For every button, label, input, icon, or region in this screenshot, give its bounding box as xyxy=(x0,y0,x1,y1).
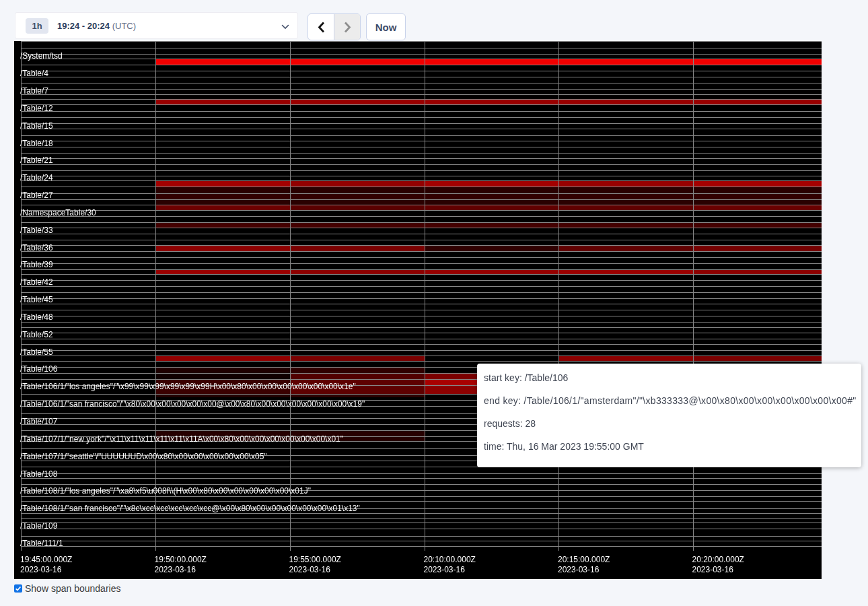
svg-text:/Table/106: /Table/106 xyxy=(20,364,58,374)
svg-text:2023-03-16: 2023-03-16 xyxy=(424,565,466,574)
svg-text:2023-03-16: 2023-03-16 xyxy=(20,565,62,574)
svg-text:/Table/24: /Table/24 xyxy=(20,173,53,182)
svg-text:/Table/33: /Table/33 xyxy=(20,226,53,235)
svg-text:20:15:00.000Z: 20:15:00.000Z xyxy=(558,555,610,564)
svg-text:/Table/107/1/"new york"/"\x11\: /Table/107/1/"new york"/"\x11\x11\x11\x1… xyxy=(20,434,343,444)
svg-text:2023-03-16: 2023-03-16 xyxy=(692,565,734,574)
svg-text:20:10:00.000Z: 20:10:00.000Z xyxy=(424,555,476,564)
svg-text:/Table/4: /Table/4 xyxy=(20,69,48,78)
svg-text:19:55:00.000Z: 19:55:00.000Z xyxy=(289,555,341,564)
svg-text:/System/tsd: /System/tsd xyxy=(20,51,63,61)
svg-text:/Table/36: /Table/36 xyxy=(20,243,53,252)
svg-text:/Table/52: /Table/52 xyxy=(20,330,53,339)
svg-text:/Table/18: /Table/18 xyxy=(20,139,53,148)
svg-text:/Table/55: /Table/55 xyxy=(20,347,53,357)
svg-text:2023-03-16: 2023-03-16 xyxy=(289,565,331,574)
svg-text:/Table/108: /Table/108 xyxy=(20,469,58,479)
svg-text:/Table/108/1/"los angeles"/"\x: /Table/108/1/"los angeles"/"\xa8\xf5\u00… xyxy=(20,486,311,496)
svg-text:/Table/111/1: /Table/111/1 xyxy=(20,539,63,548)
svg-text:/Table/109: /Table/109 xyxy=(20,521,58,531)
svg-text:/Table/12: /Table/12 xyxy=(20,104,53,113)
svg-text:/Table/108/1/"san francisco"/": /Table/108/1/"san francisco"/"\x8c\xcc\x… xyxy=(20,504,360,513)
svg-text:/Table/107: /Table/107 xyxy=(20,417,58,426)
svg-text:/Table/106/1/"los angeles"/"\x: /Table/106/1/"los angeles"/"\x99\x99\x99… xyxy=(20,382,356,391)
svg-text:19:50:00.000Z: 19:50:00.000Z xyxy=(155,555,207,564)
svg-text:19:45:00.000Z: 19:45:00.000Z xyxy=(20,555,72,564)
svg-text:20:20:00.000Z: 20:20:00.000Z xyxy=(692,555,744,564)
svg-text:/Table/48: /Table/48 xyxy=(20,312,53,322)
svg-text:/Table/107/1/"seattle"/"UUUUUU: /Table/107/1/"seattle"/"UUUUUUD\x00\x80\… xyxy=(20,452,267,461)
svg-text:/Table/15: /Table/15 xyxy=(20,121,53,131)
svg-text:/Table/45: /Table/45 xyxy=(20,295,53,304)
svg-text:/NamespaceTable/30: /NamespaceTable/30 xyxy=(20,208,96,217)
svg-text:/Table/21: /Table/21 xyxy=(20,156,53,165)
svg-text:/Table/27: /Table/27 xyxy=(20,191,53,200)
svg-text:/Table/106/1/"san francisco"/": /Table/106/1/"san francisco"/"\x80\x00\x… xyxy=(20,399,365,409)
svg-text:/Table/7: /Table/7 xyxy=(20,86,48,96)
svg-text:2023-03-16: 2023-03-16 xyxy=(558,565,600,574)
svg-text:2023-03-16: 2023-03-16 xyxy=(155,565,196,574)
svg-text:/Table/42: /Table/42 xyxy=(20,277,53,287)
svg-text:/Table/39: /Table/39 xyxy=(20,260,53,269)
